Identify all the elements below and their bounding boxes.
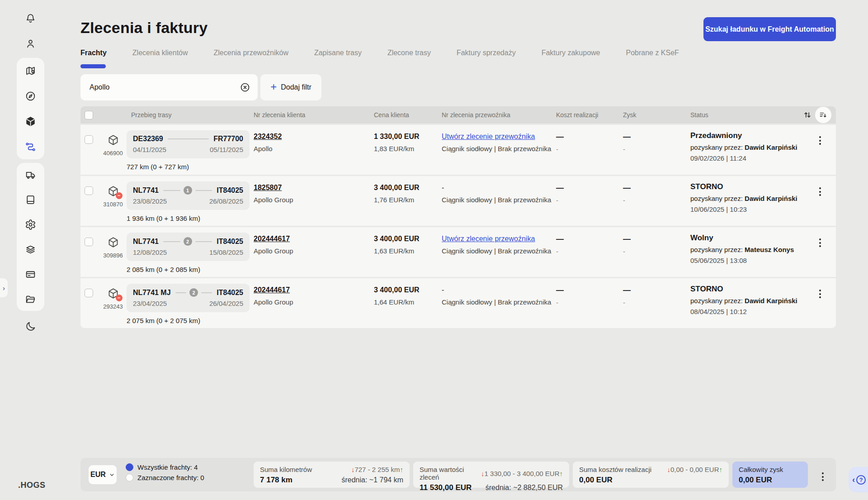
client-order-link[interactable]: 202444617	[254, 235, 290, 243]
select-all-checkbox[interactable]	[85, 111, 93, 119]
summary-range: 0,00 - 0,00 EUR	[670, 466, 719, 473]
column-header-status: Status	[690, 111, 804, 119]
summary-footer-bar: EUR Wszystkie frachty: 4 Zaznaczone frac…	[80, 458, 836, 491]
tab-pobrane-z-ksef[interactable]: Pobrane z KSeF	[626, 49, 679, 57]
tab-frachty[interactable]: Frachty	[80, 49, 107, 57]
tab-zlecone-trasy[interactable]: Zlecone trasy	[387, 49, 431, 57]
clear-search-icon[interactable]	[240, 82, 250, 93]
row-menu-button[interactable]	[815, 183, 826, 226]
user-profile-icon[interactable]	[20, 33, 40, 53]
client-order-link[interactable]: 202444617	[254, 286, 290, 294]
radio-unselected-icon	[126, 474, 133, 481]
package-icon[interactable]	[21, 111, 41, 131]
help-widget-button[interactable]: ‹ ?	[849, 467, 868, 492]
summary-menu-button[interactable]	[817, 468, 828, 486]
sort-options-button[interactable]	[815, 107, 831, 123]
client-order-link[interactable]: 1825807	[254, 184, 282, 191]
create-carrier-order-link[interactable]: Utwórz zlecenie przewoźnika	[442, 235, 535, 243]
route-icon[interactable]	[21, 137, 41, 157]
tab-zlecenia-klientow[interactable]: Zlecenia klientów	[132, 49, 188, 57]
sort-direction-icon[interactable]	[802, 110, 812, 120]
row-checkbox[interactable]	[85, 238, 93, 246]
acquired-by-name: Dawid Karpiński	[745, 143, 797, 151]
dark-mode-moon-icon[interactable]	[20, 316, 40, 336]
cost-sub: -	[556, 248, 623, 255]
origin-code: NL7741 MJ	[133, 289, 171, 297]
gear-icon[interactable]	[21, 214, 41, 234]
client-name: Apollo	[254, 145, 374, 152]
radio-all-freights[interactable]: Wszystkie frachty: 4	[126, 463, 204, 471]
compass-icon[interactable]	[21, 86, 41, 106]
carrier-info: Ciągnik siodłowy | Brak przewoźnika	[442, 145, 556, 152]
table-row: − 293243 NL7741 MJ 2 IT84025 23/04/2025 …	[80, 278, 836, 328]
package-icon	[107, 134, 119, 146]
notifications-bell-icon[interactable]	[20, 8, 40, 28]
table-row: 309896 NL7741 2 IT84025 12/08/2025 15/08…	[80, 227, 836, 277]
acquired-by-name: Dawid Karpiński	[745, 297, 797, 305]
profit-value: —	[623, 184, 690, 193]
cost-value: —	[556, 286, 623, 295]
summary-label: Suma kilometrów	[260, 466, 312, 473]
acquired-by-label: pozyskany przez:	[690, 246, 743, 253]
client-order-link[interactable]: 2324352	[254, 133, 282, 140]
radio-selected-label: Zaznaczone frachty: 0	[137, 474, 204, 481]
freight-automation-search-button[interactable]: Szukaj ładunku w Freight Automation	[703, 17, 836, 41]
row-menu-button[interactable]	[815, 285, 826, 328]
pickup-date: 12/08/2025	[133, 248, 167, 256]
alert-badge: −	[116, 192, 123, 199]
summary-range: 727 - 2 255 km	[354, 466, 400, 473]
column-header-route: Przebieg trasy	[127, 111, 254, 119]
summary-label: Suma wartości zleceń	[420, 466, 481, 481]
tab-zapisane-trasy[interactable]: Zapisane trasy	[314, 49, 362, 57]
create-carrier-order-link[interactable]: Utwórz zlecenie przewoźnika	[442, 133, 535, 140]
folder-icon[interactable]	[21, 289, 41, 309]
radio-selected-icon	[126, 463, 133, 471]
price-per-km: 1,64 EUR/km	[374, 298, 442, 306]
tab-zlecenia-przewoznikow[interactable]: Zlecenia przewoźników	[214, 49, 288, 57]
cost-sub: -	[556, 299, 623, 306]
range-min-arrow-icon: ↓	[481, 470, 485, 477]
question-mark-icon: ?	[856, 475, 866, 485]
column-header-cost: Koszt realizacji	[556, 111, 623, 119]
price-per-km: 1,63 EUR/km	[374, 247, 442, 255]
layers-icon[interactable]	[21, 239, 41, 259]
row-menu-button[interactable]	[815, 234, 826, 277]
carrier-order-empty: -	[442, 286, 556, 294]
search-input[interactable]	[90, 83, 240, 91]
origin-code: NL7741	[133, 238, 159, 246]
cost-value: —	[556, 133, 623, 142]
tab-faktury-zakupowe[interactable]: Faktury zakupowe	[542, 49, 600, 57]
stops-badge: 1	[184, 186, 192, 195]
currency-select[interactable]: EUR	[89, 465, 117, 484]
route-connector: 2	[175, 288, 212, 297]
chevron-left-icon: ‹	[852, 475, 855, 485]
row-menu-button[interactable]	[815, 132, 826, 175]
add-filter-button[interactable]: + Dodaj filtr	[260, 74, 321, 100]
row-checkbox[interactable]	[85, 289, 93, 297]
table-header: Przebieg trasy Nr zlecenia klienta Cena …	[80, 106, 836, 124]
cost-sub: -	[556, 196, 623, 204]
price-per-km: 1,76 EUR/km	[374, 196, 442, 204]
book-icon[interactable]	[21, 190, 41, 210]
row-checkbox[interactable]	[85, 186, 93, 195]
map-icon[interactable]	[21, 61, 41, 81]
credit-card-icon[interactable]	[21, 264, 41, 284]
search-filter-box	[80, 74, 258, 100]
summary-card-kilometers: Suma kilometrów ↓727 - 2 255 km↑ 7 178 k…	[254, 462, 410, 488]
route-card: NL7741 MJ 2 IT84025 23/04/2025 26/04/202…	[127, 284, 250, 312]
tab-faktury-sprzedazy[interactable]: Faktury sprzedaży	[457, 49, 516, 57]
range-max-arrow-icon: ↑	[560, 470, 563, 477]
profit-value: —	[623, 286, 690, 295]
package-alert-icon: −	[107, 185, 119, 197]
truck-icon[interactable]	[21, 165, 41, 185]
radio-selected-freights[interactable]: Zaznaczone frachty: 0	[126, 474, 204, 481]
route-card: DE32369 FR77700 04/11/2025 05/11/2025	[127, 130, 250, 158]
plus-icon: +	[270, 81, 277, 92]
sidebar-expand-button[interactable]: ›	[0, 278, 8, 297]
status-date: 09/02/2026 | 11:24	[690, 154, 804, 162]
profit-sub: -	[623, 248, 690, 255]
range-max-arrow-icon: ↑	[400, 466, 404, 473]
status-date: 08/04/2025 | 10:12	[690, 308, 804, 315]
delivery-date: 15/08/2025	[209, 248, 243, 256]
row-checkbox[interactable]	[85, 135, 93, 144]
